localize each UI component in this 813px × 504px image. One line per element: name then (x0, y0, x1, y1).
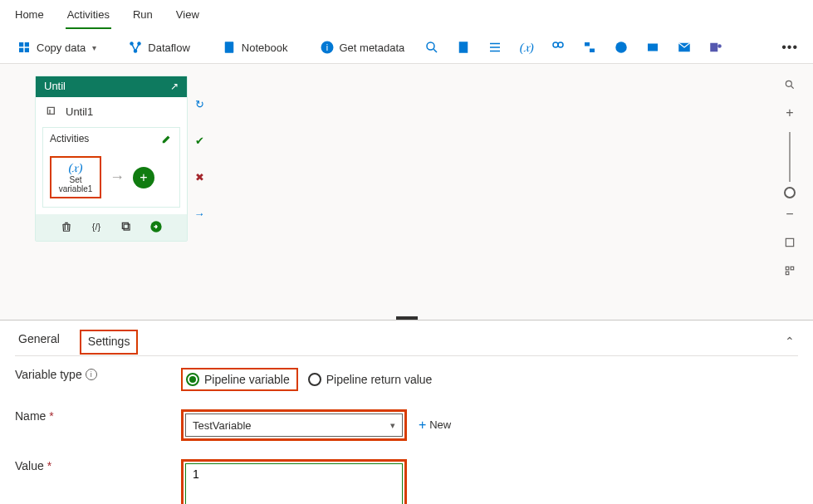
code-icon[interactable]: {/} (89, 219, 104, 234)
teams-icon[interactable] (708, 40, 723, 55)
copy-data-icon (17, 40, 32, 55)
dataflow-label: Dataflow (148, 42, 190, 54)
port-skip[interactable]: → (193, 207, 206, 220)
list-icon[interactable] (487, 40, 502, 55)
plus-icon: + (419, 418, 426, 433)
info-tooltip-icon[interactable]: i (86, 369, 97, 380)
canvas[interactable]: Until ↗ Until1 Activities (𝑥) Set variab… (0, 64, 813, 320)
info-icon: i (320, 40, 335, 55)
clone-icon[interactable] (119, 219, 134, 234)
until-node[interactable]: Until ↗ Until1 Activities (𝑥) Set variab… (35, 76, 188, 242)
layout-icon[interactable] (777, 258, 802, 283)
svg-rect-21 (786, 238, 793, 246)
svg-point-6 (427, 42, 434, 50)
run-icon[interactable] (149, 219, 164, 234)
svg-rect-22 (786, 267, 789, 270)
get-metadata-button[interactable]: i Get metadata (313, 37, 412, 58)
node-subtitle-row: Until1 (36, 97, 187, 127)
variable-type-label: Variable type i (15, 368, 181, 381)
name-select[interactable]: TestVariable ▾ (185, 413, 403, 437)
dataflow-button[interactable]: Dataflow (121, 37, 197, 58)
collapse-panel-icon[interactable]: ⌃ (781, 330, 798, 353)
new-variable-button[interactable]: + New (419, 418, 451, 433)
loop-icon (44, 104, 59, 119)
zoom-slider[interactable] (789, 132, 791, 182)
radio-pipeline-variable[interactable]: Pipeline variable (181, 368, 298, 391)
funnel-icon[interactable] (551, 40, 566, 55)
svg-point-12 (616, 42, 628, 53)
activities-title: Activities (50, 133, 173, 144)
fx-icon: (𝑥) (56, 161, 95, 175)
svg-point-9 (558, 42, 563, 47)
copy-data-button[interactable]: Copy data ▾ (10, 37, 103, 58)
port-fail[interactable]: ✖ (193, 170, 206, 183)
edit-pencil-icon[interactable] (161, 133, 174, 146)
radio-return-label: Pipeline return value (326, 373, 433, 386)
zoom-in-icon[interactable]: + (777, 100, 802, 125)
radio-return-value[interactable]: Pipeline return value (308, 373, 433, 386)
notebook-label: Notebook (242, 42, 288, 54)
svg-rect-10 (585, 42, 590, 46)
fit-screen-icon[interactable] (777, 230, 802, 255)
delete-icon[interactable] (59, 219, 74, 234)
tab-activities[interactable]: Activities (66, 5, 111, 29)
tab-run[interactable]: Run (131, 5, 154, 29)
copy-data-label: Copy data (37, 42, 86, 54)
function-icon[interactable] (645, 40, 660, 55)
chevron-down-icon: ▾ (390, 420, 395, 431)
activities-box: Activities (𝑥) Set variable1 → + (42, 127, 180, 208)
settings-panel: General Settings ⌃ Variable type i Pipel… (0, 320, 813, 504)
port-success[interactable]: ✔ (193, 134, 206, 147)
expand-icon[interactable]: ↗ (170, 81, 179, 92)
new-label: New (429, 418, 451, 431)
node-footer: {/} (36, 214, 187, 241)
more-icon[interactable]: ••• (776, 40, 803, 55)
notebook-icon (222, 40, 237, 55)
script-icon[interactable] (456, 40, 471, 55)
svg-rect-17 (124, 224, 130, 230)
search-icon[interactable] (424, 40, 439, 55)
panel-resize-handle[interactable] (396, 316, 418, 320)
variable-icon[interactable]: (𝑥) (519, 40, 534, 55)
tab-home[interactable]: Home (13, 5, 46, 29)
arrow-right-icon: → (110, 169, 125, 186)
get-metadata-label: Get metadata (340, 42, 405, 54)
zoom-out-icon[interactable]: − (777, 202, 802, 227)
chevron-down-icon: ▾ (92, 43, 96, 52)
zoom-slider-knob[interactable] (784, 187, 796, 198)
value-label-text: Value (15, 459, 44, 472)
svg-rect-23 (791, 267, 794, 270)
globe-icon[interactable] (614, 40, 629, 55)
canvas-search-icon[interactable] (777, 72, 802, 97)
variable-type-text: Variable type (15, 368, 82, 381)
node-status-ports: ↻ ✔ ✖ → (193, 97, 206, 220)
svg-point-8 (553, 42, 558, 47)
port-loop[interactable]: ↻ (193, 97, 206, 110)
svg-rect-18 (122, 223, 128, 228)
svg-rect-7 (459, 42, 468, 53)
mail-icon[interactable] (677, 40, 692, 55)
svg-rect-13 (648, 44, 658, 51)
svg-point-20 (786, 81, 791, 86)
stack-icon[interactable] (582, 40, 597, 55)
add-activity-button[interactable]: + (133, 167, 154, 188)
svg-rect-24 (786, 272, 789, 275)
panel-tab-settings[interactable]: Settings (80, 330, 139, 355)
canvas-controls: + − (775, 72, 805, 283)
toolbar: Copy data ▾ Dataflow Notebook i Get meta… (0, 32, 813, 64)
name-label: Name * (15, 409, 181, 423)
value-input[interactable] (185, 463, 403, 504)
node-header[interactable]: Until ↗ (36, 76, 187, 97)
svg-point-16 (718, 44, 722, 48)
notebook-button[interactable]: Notebook (215, 37, 295, 58)
set-label-2: variable1 (56, 184, 95, 193)
name-select-value: TestVariable (193, 419, 252, 432)
tab-view[interactable]: View (174, 5, 201, 29)
panel-tab-general[interactable]: General (15, 327, 63, 355)
svg-rect-15 (711, 43, 718, 52)
svg-text:i: i (326, 42, 327, 52)
node-title: Until (44, 80, 66, 92)
set-variable-activity[interactable]: (𝑥) Set variable1 (50, 156, 101, 198)
svg-rect-3 (225, 42, 234, 53)
radio-pipeline-label: Pipeline variable (204, 373, 290, 386)
